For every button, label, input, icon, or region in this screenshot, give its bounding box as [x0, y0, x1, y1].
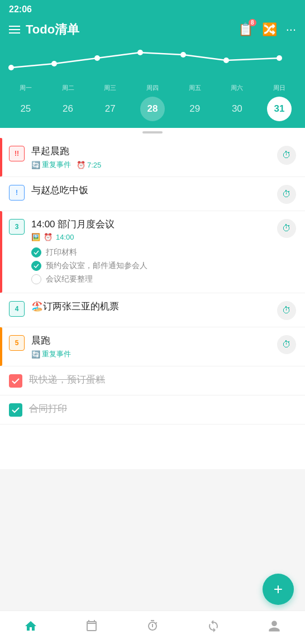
task-title-2: 与赵总吃中饭 [31, 184, 273, 197]
task-item-4[interactable]: 4 🏖️订两张三亚的机票 ⏱ [0, 293, 305, 327]
profile-icon [268, 619, 281, 636]
subtask-check-3-1[interactable] [31, 247, 41, 257]
date-29[interactable]: 29 [183, 97, 207, 121]
task-repeat-5: 🔄 重复事件 [31, 349, 71, 359]
stopwatch-icon-3: ⏱ [282, 223, 291, 233]
task-content-7: 合同打印 [29, 402, 296, 417]
home-icon [24, 619, 37, 636]
task-priority-3: 3 [9, 219, 25, 235]
notification-button[interactable]: 📋 8 [238, 22, 253, 37]
task-item-2[interactable]: ! 与赵总吃中饭 ⏱ [0, 177, 305, 211]
date-26[interactable]: 26 [56, 97, 80, 121]
share-button[interactable]: 🔀 [262, 22, 277, 37]
nav-home[interactable] [17, 616, 44, 640]
weekday-3: 周四 [136, 84, 169, 92]
svg-point-3 [137, 50, 143, 55]
task-priority-5: 5 [9, 335, 25, 351]
repeat-text-5: 重复事件 [42, 349, 71, 359]
task-timer-1[interactable]: ⏱ [277, 146, 296, 165]
repeat-icon-5: 🔄 [31, 350, 40, 359]
task-content-3: 14:00 部门月度会议 🖼️ ⏰ 14:00 打印材料 预约会议室，邮件 [31, 218, 273, 286]
checkbox-done-6[interactable] [9, 374, 22, 388]
task-timer-3[interactable]: ⏱ [277, 219, 296, 238]
date-row: 25 26 27 28 29 30 31 [0, 94, 305, 128]
calendar-icon [85, 619, 98, 636]
svg-point-1 [51, 61, 57, 66]
subtask-3-3: 会议纪要整理 [31, 273, 273, 286]
stopwatch-icon-5: ⏱ [282, 340, 291, 350]
task-time-row-3: 🖼️ ⏰ 14:00 [31, 233, 273, 241]
timer-icon [146, 619, 159, 636]
task-meta-1: 🔄 重复事件 ⏰ 7:25 [31, 160, 273, 170]
task-item-6[interactable]: 取快递，预订蛋糕 [0, 366, 305, 395]
nav-calendar[interactable] [78, 616, 105, 640]
nav-sync[interactable] [200, 616, 227, 640]
task-item-5[interactable]: 5 晨跑 🔄 重复事件 ⏱ [0, 327, 305, 366]
task-timer-4[interactable]: ⏱ [277, 301, 296, 320]
alarm-time-3: 14:00 [56, 233, 74, 241]
nav-profile[interactable] [261, 616, 288, 640]
subtask-check-3-3[interactable] [31, 274, 41, 284]
svg-point-5 [223, 58, 229, 63]
add-task-fab[interactable]: + [263, 574, 294, 605]
weekday-6: 周日 [263, 84, 296, 92]
date-31[interactable]: 31 [267, 97, 292, 121]
date-27[interactable]: 27 [98, 97, 122, 121]
task-item-7[interactable]: 合同打印 [0, 395, 305, 424]
task-title-4: 🏖️订两张三亚的机票 [31, 300, 273, 313]
menu-button[interactable] [9, 26, 20, 34]
date-25[interactable]: 25 [13, 97, 38, 121]
svg-point-0 [8, 65, 14, 70]
svg-point-4 [180, 52, 186, 58]
task-content-5: 晨跑 🔄 重复事件 [31, 334, 273, 359]
svg-point-2 [94, 55, 100, 61]
task-content-6: 取快递，预订蛋糕 [29, 373, 296, 388]
svg-point-6 [277, 55, 282, 61]
task-meta-5: 🔄 重复事件 [31, 349, 273, 359]
subtask-3-1: 打印材料 [31, 246, 273, 259]
weekday-5: 周六 [220, 84, 254, 92]
task-priority-1: !! [9, 146, 25, 161]
task-priority-2: ! [9, 185, 25, 201]
header-right: 📋 8 🔀 ··· [238, 22, 296, 37]
bottom-nav [0, 610, 305, 644]
task-timer-2[interactable]: ⏱ [277, 185, 296, 204]
share-icon: 🔀 [262, 22, 277, 36]
task-list: !! 早起晨跑 🔄 重复事件 ⏰ 7:25 ⏱ ! 与赵总吃中饭 ⏱ [0, 136, 305, 469]
trend-chart [0, 42, 305, 76]
chart-area [0, 38, 305, 83]
date-30[interactable]: 30 [225, 97, 249, 121]
stopwatch-icon-2: ⏱ [282, 189, 291, 199]
add-icon: + [274, 580, 283, 598]
app-header: Todo清单 📋 8 🔀 ··· [0, 17, 305, 38]
drag-handle-bar [142, 131, 163, 133]
checkbox-done-7[interactable] [9, 403, 22, 417]
stopwatch-icon-1: ⏱ [282, 150, 291, 160]
date-28[interactable]: 28 [140, 97, 165, 121]
task-item-1[interactable]: !! 早起晨跑 🔄 重复事件 ⏰ 7:25 ⏱ [0, 138, 305, 177]
weekday-0: 周一 [9, 84, 42, 92]
status-time: 22:06 [9, 4, 32, 14]
subtask-check-3-2[interactable] [31, 261, 41, 271]
task-content-2: 与赵总吃中饭 [31, 184, 273, 199]
alarm-icon-1: ⏰ [77, 161, 85, 169]
task-content-1: 早起晨跑 🔄 重复事件 ⏰ 7:25 [31, 145, 273, 170]
alarm-icon-3: ⏰ [44, 233, 53, 241]
task-title-6: 取快递，预订蛋糕 [29, 373, 296, 386]
weekday-1: 周二 [51, 84, 85, 92]
task-item-3[interactable]: 3 14:00 部门月度会议 🖼️ ⏰ 14:00 打印材料 [0, 211, 305, 293]
task-timer-5[interactable]: ⏱ [277, 335, 296, 354]
header-left: Todo清单 [9, 21, 79, 38]
more-button[interactable]: ··· [286, 22, 296, 37]
task-alarm-1: ⏰ 7:25 [77, 161, 101, 169]
task-title-7: 合同打印 [29, 402, 296, 415]
task-title-1: 早起晨跑 [31, 145, 273, 158]
sync-icon [207, 619, 220, 636]
repeat-icon-1: 🔄 [31, 161, 40, 169]
weekday-2: 周三 [93, 84, 127, 92]
task-repeat-1: 🔄 重复事件 [31, 160, 71, 170]
image-icon-3: 🖼️ [31, 233, 40, 241]
task-title-3: 14:00 部门月度会议 [31, 218, 273, 231]
stopwatch-icon-4: ⏱ [282, 306, 291, 316]
nav-timer[interactable] [139, 616, 166, 640]
